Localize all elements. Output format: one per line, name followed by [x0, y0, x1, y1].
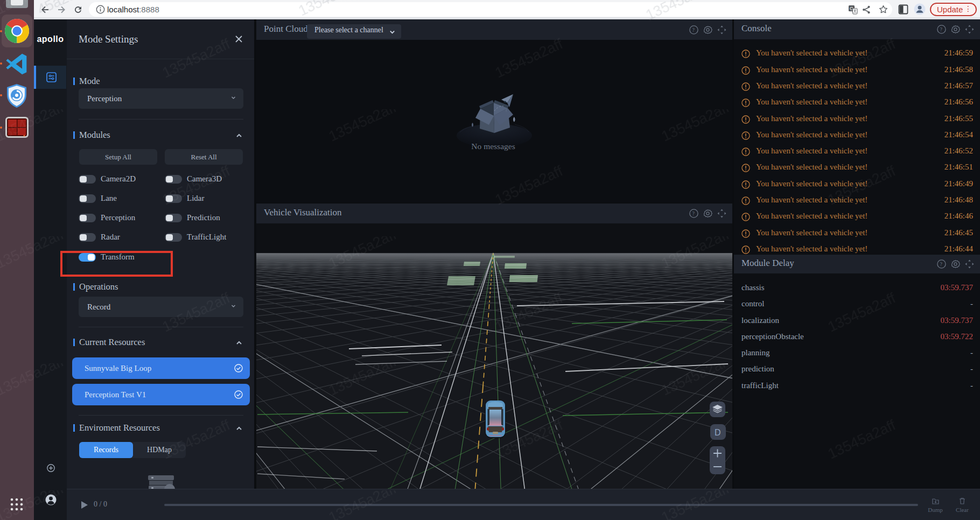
svg-text:?: ? — [692, 27, 695, 33]
svg-text:?: ? — [692, 210, 695, 216]
svg-text:?: ? — [940, 26, 943, 32]
svg-text:D: D — [715, 428, 721, 437]
svg-text:?: ? — [940, 261, 943, 267]
